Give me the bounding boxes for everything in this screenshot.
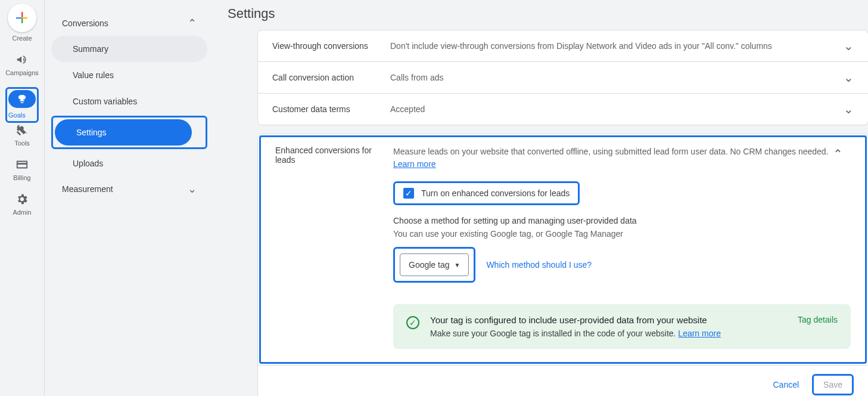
nav-item-uploads[interactable]: Uploads (51, 150, 207, 177)
rail-create-label: Create (12, 35, 32, 42)
cancel-button[interactable]: Cancel (773, 380, 799, 389)
ecl-success-sub: Make sure your Google tag is installed i… (430, 329, 786, 338)
ecl-description: Measure leads on your website that conve… (393, 146, 851, 171)
nav-item-custom-variables[interactable]: Custom variables (51, 88, 207, 115)
nav-item-settings[interactable]: Settings (55, 119, 192, 146)
ecl-desc-text: Measure leads on your website that conve… (393, 147, 829, 156)
tools-icon (15, 123, 29, 137)
check-circle-icon: ✓ (406, 316, 419, 329)
chevron-down-icon: ⌄ (844, 39, 854, 53)
row-call-conversion[interactable]: Call conversion action Calls from ads ⌄ (258, 61, 868, 93)
ecl-success-title: Your tag is configured to include user-p… (430, 315, 786, 325)
ecl-checkbox-highlight: ✓ Turn on enhanced conversions for leads (393, 181, 580, 205)
ecl-checkbox[interactable]: ✓ (403, 188, 414, 199)
ecl-choose-method-text: Choose a method for setting up and manag… (393, 216, 851, 225)
rail-tools[interactable]: Tools (14, 123, 30, 147)
nav-item-settings-highlight: Settings (51, 116, 207, 149)
plus-icon (8, 4, 36, 32)
settings-card-collapsed: View-through conversions Don't include v… (257, 30, 868, 125)
nav-section-measurement[interactable]: Measurement ⌄ (51, 177, 207, 202)
ecl-existing-tag-text: You can use your existing Google tag, or… (393, 229, 851, 239)
row-call-value: Calls from ads (390, 73, 844, 82)
ecl-method-dropdown[interactable]: Google tag ▼ (400, 253, 469, 276)
page-title: Settings (228, 6, 868, 21)
ecl-success-sub-text: Make sure your Google tag is installed i… (430, 329, 678, 338)
rail-billing[interactable]: Billing (13, 157, 30, 181)
save-button-highlight: Save (812, 374, 854, 395)
nav-measurement-label: Measurement (62, 184, 113, 194)
main-content: Settings View-through conversions Don't … (213, 0, 868, 396)
caret-down-icon: ▼ (455, 262, 461, 268)
enhanced-conversions-card: ⌃ Enhanced conversions for leads Measure… (257, 134, 868, 396)
left-rail: Create Campaigns Goals Tools Billing Adm… (0, 0, 45, 396)
row-call-label: Call conversion action (272, 73, 390, 82)
ecl-dropdown-highlight: Google tag ▼ (393, 247, 475, 283)
chevron-down-icon: ⌄ (188, 182, 197, 196)
ecl-success-box: ✓ Your tag is configured to include user… (393, 304, 851, 349)
card-footer: Cancel Save (258, 365, 868, 396)
row-cdt-label: Customer data terms (272, 104, 390, 114)
row-customer-data-terms[interactable]: Customer data terms Accepted ⌄ (258, 93, 868, 125)
chevron-down-icon: ⌄ (844, 102, 854, 116)
rail-admin[interactable]: Admin (13, 192, 31, 216)
enhanced-conversions-highlight: ⌃ Enhanced conversions for leads Measure… (259, 135, 867, 364)
save-button[interactable]: Save (823, 380, 842, 389)
svg-rect-0 (21, 12, 23, 17)
rail-goals-label: Goals (8, 112, 26, 119)
svg-rect-3 (22, 17, 27, 18)
ecl-body: Measure leads on your website that conve… (393, 146, 851, 349)
rail-admin-label: Admin (13, 209, 31, 216)
gear-icon (15, 192, 29, 206)
ecl-checkbox-label: Turn on enhanced conversions for leads (421, 188, 570, 198)
rail-billing-label: Billing (13, 174, 30, 181)
nav-item-summary[interactable]: Summary (51, 36, 207, 62)
ecl-which-method-link[interactable]: Which method should I use? (486, 260, 592, 270)
row-vtc-value: Don't include view-through conversions f… (390, 41, 844, 51)
rail-goals[interactable]: Goals (5, 87, 39, 123)
nav-conversions-label: Conversions (62, 18, 108, 28)
sub-nav: Conversions ⌃ Summary Value rules Custom… (45, 0, 213, 396)
chevron-down-icon: ⌄ (844, 70, 854, 85)
rail-campaigns[interactable]: Campaigns (5, 52, 39, 76)
rail-campaigns-label: Campaigns (5, 69, 39, 76)
row-vtc-label: View-through conversions (272, 41, 390, 51)
card-icon (15, 157, 29, 172)
trophy-icon (8, 90, 36, 108)
ecl-tag-details-link[interactable]: Tag details (798, 315, 838, 324)
row-cdt-value: Accepted (390, 104, 844, 114)
nav-item-value-rules[interactable]: Value rules (51, 62, 207, 88)
ecl-title: Enhanced conversions for leads (275, 146, 393, 349)
rail-create[interactable]: Create (8, 4, 36, 42)
nav-section-conversions[interactable]: Conversions ⌃ (51, 11, 207, 36)
ecl-dropdown-value: Google tag (409, 260, 450, 270)
ecl-success-learn-link[interactable]: Learn more (678, 329, 721, 338)
ecl-learn-more-link[interactable]: Learn more (393, 159, 436, 169)
svg-rect-2 (16, 17, 21, 18)
megaphone-icon (15, 52, 29, 67)
chevron-up-icon: ⌃ (188, 17, 197, 30)
chevron-up-icon[interactable]: ⌃ (833, 147, 843, 161)
rail-tools-label: Tools (14, 140, 30, 147)
row-view-through[interactable]: View-through conversions Don't include v… (258, 30, 868, 61)
